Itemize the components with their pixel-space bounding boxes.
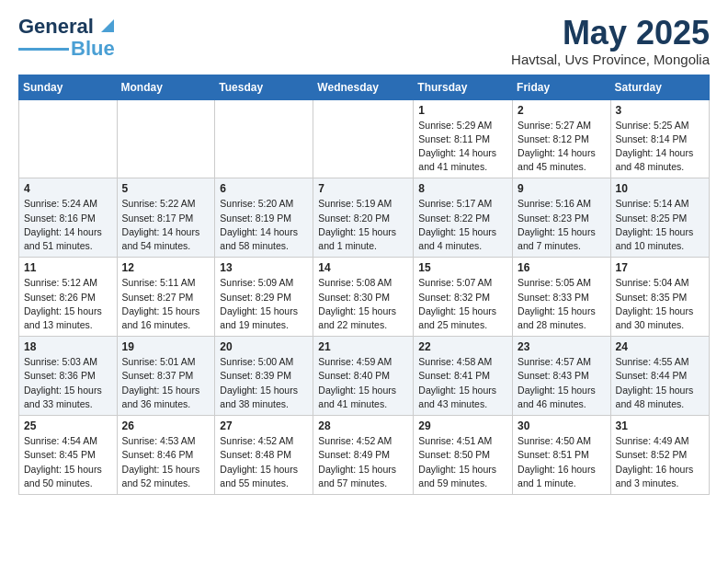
calendar-cell: 23Sunrise: 4:57 AMSunset: 8:43 PMDayligh…: [513, 337, 611, 416]
title-block: May 2025 Havtsal, Uvs Province, Mongolia: [511, 15, 710, 67]
day-info: Sunrise: 5:08 AMSunset: 8:30 PMDaylight:…: [318, 276, 408, 332]
weekday-header: Friday: [513, 75, 611, 99]
calendar-cell: 29Sunrise: 4:51 AMSunset: 8:50 PMDayligh…: [414, 416, 513, 495]
day-number: 11: [24, 261, 112, 274]
day-number: 24: [616, 340, 704, 353]
day-number: 30: [518, 419, 606, 432]
calendar-cell: 7Sunrise: 5:19 AMSunset: 8:20 PMDaylight…: [313, 178, 414, 258]
calendar-cell: 5Sunrise: 5:22 AMSunset: 8:17 PMDaylight…: [117, 178, 215, 258]
day-info: Sunrise: 4:57 AMSunset: 8:43 PMDaylight:…: [518, 355, 606, 411]
calendar-cell: 21Sunrise: 4:59 AMSunset: 8:40 PMDayligh…: [313, 337, 414, 416]
calendar-cell: 13Sunrise: 5:09 AMSunset: 8:29 PMDayligh…: [215, 258, 313, 337]
calendar-cell: 6Sunrise: 5:20 AMSunset: 8:19 PMDaylight…: [215, 178, 313, 258]
calendar-cell: 17Sunrise: 5:04 AMSunset: 8:35 PMDayligh…: [610, 258, 709, 337]
calendar-cell: 10Sunrise: 5:14 AMSunset: 8:25 PMDayligh…: [610, 178, 709, 258]
calendar-cell: 12Sunrise: 5:11 AMSunset: 8:27 PMDayligh…: [117, 258, 215, 337]
day-info: Sunrise: 4:53 AMSunset: 8:46 PMDaylight:…: [122, 434, 210, 490]
calendar-cell: 11Sunrise: 5:12 AMSunset: 8:26 PMDayligh…: [19, 258, 118, 337]
calendar-cell: 26Sunrise: 4:53 AMSunset: 8:46 PMDayligh…: [117, 416, 215, 495]
day-info: Sunrise: 4:52 AMSunset: 8:49 PMDaylight:…: [318, 434, 408, 490]
day-info: Sunrise: 5:19 AMSunset: 8:20 PMDaylight:…: [318, 197, 408, 253]
day-info: Sunrise: 5:12 AMSunset: 8:26 PMDaylight:…: [24, 276, 112, 332]
calendar-row: 25Sunrise: 4:54 AMSunset: 8:45 PMDayligh…: [19, 416, 710, 495]
day-number: 28: [318, 419, 408, 432]
calendar-row: 11Sunrise: 5:12 AMSunset: 8:26 PMDayligh…: [19, 258, 710, 337]
day-info: Sunrise: 5:03 AMSunset: 8:36 PMDaylight:…: [24, 355, 112, 411]
day-info: Sunrise: 4:51 AMSunset: 8:50 PMDaylight:…: [418, 434, 507, 490]
calendar-cell: 22Sunrise: 4:58 AMSunset: 8:41 PMDayligh…: [414, 337, 513, 416]
weekday-header: Thursday: [414, 75, 513, 99]
day-number: 15: [418, 261, 507, 274]
calendar-cell: 15Sunrise: 5:07 AMSunset: 8:32 PMDayligh…: [414, 258, 513, 337]
day-info: Sunrise: 4:52 AMSunset: 8:48 PMDaylight:…: [220, 434, 308, 490]
calendar-cell: 14Sunrise: 5:08 AMSunset: 8:30 PMDayligh…: [313, 258, 414, 337]
weekday-header: Tuesday: [215, 75, 313, 99]
location: Havtsal, Uvs Province, Mongolia: [511, 52, 710, 67]
calendar-cell: [313, 99, 414, 178]
day-number: 5: [122, 182, 210, 195]
day-number: 10: [616, 182, 704, 195]
day-info: Sunrise: 5:09 AMSunset: 8:29 PMDaylight:…: [220, 276, 308, 332]
day-number: 31: [616, 419, 704, 432]
day-number: 9: [518, 182, 606, 195]
day-number: 4: [24, 182, 112, 195]
day-info: Sunrise: 4:58 AMSunset: 8:41 PMDaylight:…: [418, 355, 507, 411]
calendar-table: SundayMondayTuesdayWednesdayThursdayFrid…: [18, 75, 710, 495]
day-info: Sunrise: 5:04 AMSunset: 8:35 PMDaylight:…: [616, 276, 704, 332]
day-info: Sunrise: 4:50 AMSunset: 8:51 PMDaylight:…: [518, 434, 606, 490]
calendar-cell: 19Sunrise: 5:01 AMSunset: 8:37 PMDayligh…: [117, 337, 215, 416]
header-row: SundayMondayTuesdayWednesdayThursdayFrid…: [19, 75, 710, 99]
day-info: Sunrise: 5:22 AMSunset: 8:17 PMDaylight:…: [122, 197, 210, 253]
logo: General Blue: [18, 15, 118, 61]
day-info: Sunrise: 5:20 AMSunset: 8:19 PMDaylight:…: [220, 197, 308, 253]
page: General Blue May 2025 Havtsal, Uvs Provi…: [0, 0, 728, 510]
calendar-cell: 30Sunrise: 4:50 AMSunset: 8:51 PMDayligh…: [513, 416, 611, 495]
day-number: 3: [616, 104, 704, 117]
calendar-cell: 2Sunrise: 5:27 AMSunset: 8:12 PMDaylight…: [513, 99, 611, 178]
day-number: 25: [24, 419, 112, 432]
header: General Blue May 2025 Havtsal, Uvs Provi…: [18, 15, 710, 67]
calendar-cell: 8Sunrise: 5:17 AMSunset: 8:22 PMDaylight…: [414, 178, 513, 258]
calendar-row: 18Sunrise: 5:03 AMSunset: 8:36 PMDayligh…: [19, 337, 710, 416]
day-number: 14: [318, 261, 408, 274]
day-number: 27: [220, 419, 308, 432]
svg-marker-0: [101, 19, 114, 32]
calendar-cell: 18Sunrise: 5:03 AMSunset: 8:36 PMDayligh…: [19, 337, 118, 416]
day-info: Sunrise: 4:54 AMSunset: 8:45 PMDaylight:…: [24, 434, 112, 490]
calendar-cell: 9Sunrise: 5:16 AMSunset: 8:23 PMDaylight…: [513, 178, 611, 258]
calendar-cell: 28Sunrise: 4:52 AMSunset: 8:49 PMDayligh…: [313, 416, 414, 495]
weekday-header: Saturday: [610, 75, 709, 99]
weekday-header: Sunday: [19, 75, 118, 99]
day-info: Sunrise: 5:11 AMSunset: 8:27 PMDaylight:…: [122, 276, 210, 332]
day-info: Sunrise: 5:00 AMSunset: 8:39 PMDaylight:…: [220, 355, 308, 411]
calendar-cell: [19, 99, 118, 178]
day-number: 7: [318, 182, 408, 195]
day-number: 18: [24, 340, 112, 353]
calendar-row: 4Sunrise: 5:24 AMSunset: 8:16 PMDaylight…: [19, 178, 710, 258]
calendar-cell: 4Sunrise: 5:24 AMSunset: 8:16 PMDaylight…: [19, 178, 118, 258]
logo-general: General: [18, 15, 94, 39]
calendar-cell: 3Sunrise: 5:25 AMSunset: 8:14 PMDaylight…: [610, 99, 709, 178]
day-number: 21: [318, 340, 408, 353]
day-info: Sunrise: 5:07 AMSunset: 8:32 PMDaylight:…: [418, 276, 507, 332]
day-number: 26: [122, 419, 210, 432]
day-number: 16: [518, 261, 606, 274]
day-info: Sunrise: 5:01 AMSunset: 8:37 PMDaylight:…: [122, 355, 210, 411]
day-number: 13: [220, 261, 308, 274]
calendar-row: 1Sunrise: 5:29 AMSunset: 8:11 PMDaylight…: [19, 99, 710, 178]
day-number: 23: [518, 340, 606, 353]
calendar-cell: 27Sunrise: 4:52 AMSunset: 8:48 PMDayligh…: [215, 416, 313, 495]
day-info: Sunrise: 4:55 AMSunset: 8:44 PMDaylight:…: [616, 355, 704, 411]
day-number: 1: [418, 104, 507, 117]
day-info: Sunrise: 5:14 AMSunset: 8:25 PMDaylight:…: [616, 197, 704, 253]
calendar-cell: 31Sunrise: 4:49 AMSunset: 8:52 PMDayligh…: [610, 416, 709, 495]
day-info: Sunrise: 4:59 AMSunset: 8:40 PMDaylight:…: [318, 355, 408, 411]
day-info: Sunrise: 5:05 AMSunset: 8:33 PMDaylight:…: [518, 276, 606, 332]
calendar-cell: 24Sunrise: 4:55 AMSunset: 8:44 PMDayligh…: [610, 337, 709, 416]
calendar-cell: [215, 99, 313, 178]
weekday-header: Wednesday: [313, 75, 414, 99]
day-number: 8: [418, 182, 507, 195]
month-title: May 2025: [511, 15, 710, 52]
calendar-cell: 25Sunrise: 4:54 AMSunset: 8:45 PMDayligh…: [19, 416, 118, 495]
day-number: 12: [122, 261, 210, 274]
